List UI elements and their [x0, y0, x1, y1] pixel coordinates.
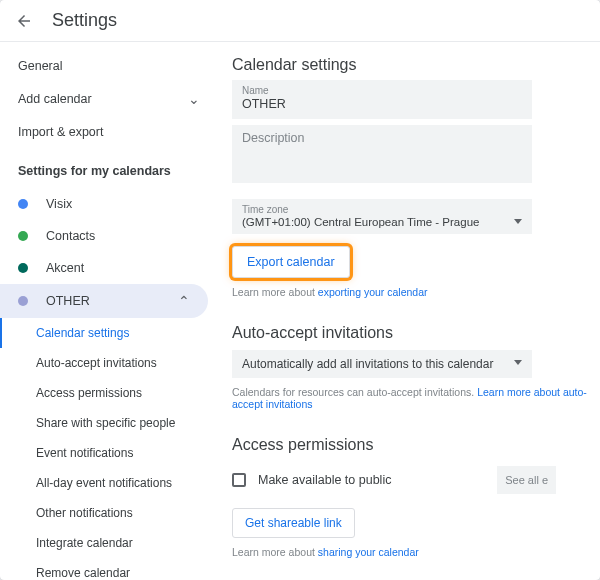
dropdown-arrow-icon: [514, 360, 522, 365]
subnav-access-permissions[interactable]: Access permissions: [0, 378, 218, 408]
get-shareable-link-button[interactable]: Get shareable link: [232, 508, 355, 538]
name-field[interactable]: Name OTHER: [232, 80, 532, 119]
section-title-access-permissions: Access permissions: [232, 436, 600, 454]
description-placeholder: Description: [242, 131, 522, 145]
top-bar: Settings: [0, 0, 600, 42]
public-checkbox-label: Make available to public: [258, 473, 391, 487]
nav-import-export[interactable]: Import & export: [0, 116, 218, 148]
timezone-value: (GMT+01:00) Central European Time - Prag…: [242, 216, 479, 228]
subnav-calendar-settings[interactable]: Calendar settings: [0, 318, 218, 348]
subnav-other-notifications[interactable]: Other notifications: [0, 498, 218, 528]
cal-item-visix[interactable]: Visix: [0, 188, 218, 220]
page-title: Settings: [52, 10, 117, 31]
subnav-share[interactable]: Share with specific people: [0, 408, 218, 438]
nav-general[interactable]: General: [0, 50, 218, 82]
name-value: OTHER: [242, 97, 522, 111]
export-calendar-button[interactable]: Export calendar: [232, 246, 350, 278]
sharing-help-link[interactable]: sharing your calendar: [318, 546, 419, 558]
cal-item-other[interactable]: OTHER ⌃: [0, 284, 208, 318]
sidebar: General Add calendar ⌄ Import & export S…: [0, 42, 218, 580]
color-dot-icon: [18, 263, 28, 273]
cal-other-subnav: Calendar settings Auto-accept invitation…: [0, 318, 218, 580]
section-title-auto-accept: Auto-accept invitations: [232, 324, 600, 342]
nav-add-calendar[interactable]: Add calendar ⌄: [0, 82, 218, 116]
cal-item-akcent[interactable]: Akcent: [0, 252, 218, 284]
chevron-up-icon: ⌃: [178, 293, 190, 309]
back-arrow-icon[interactable]: [14, 11, 34, 31]
color-dot-icon: [18, 231, 28, 241]
auto-accept-help: Calendars for resources can auto-accept …: [232, 386, 600, 410]
color-dot-icon: [18, 296, 28, 306]
main-panel: Calendar settings Name OTHER Description…: [218, 42, 600, 580]
dropdown-arrow-icon: [514, 219, 522, 224]
description-field[interactable]: Description: [232, 125, 532, 183]
auto-accept-dropdown[interactable]: Automatically add all invitations to thi…: [232, 350, 532, 378]
see-all-dropdown[interactable]: See all e: [497, 466, 556, 494]
timezone-label: Time zone: [242, 204, 479, 215]
subnav-allday-notifications[interactable]: All-day event notifications: [0, 468, 218, 498]
sharing-help: Learn more about sharing your calendar: [232, 546, 600, 558]
subnav-auto-accept[interactable]: Auto-accept invitations: [0, 348, 218, 378]
sidebar-heading-my-calendars: Settings for my calendars: [0, 148, 218, 188]
name-label: Name: [242, 85, 522, 96]
color-dot-icon: [18, 199, 28, 209]
section-title-calendar-settings: Calendar settings: [232, 56, 600, 74]
cal-item-contacts[interactable]: Contacts: [0, 220, 218, 252]
subnav-integrate-calendar[interactable]: Integrate calendar: [0, 528, 218, 558]
chevron-down-icon: ⌄: [188, 91, 200, 107]
subnav-remove-calendar[interactable]: Remove calendar: [0, 558, 218, 580]
subnav-event-notifications[interactable]: Event notifications: [0, 438, 218, 468]
export-help-text: Learn more about exporting your calendar: [232, 286, 600, 298]
export-help-link[interactable]: exporting your calendar: [318, 286, 428, 298]
timezone-field[interactable]: Time zone (GMT+01:00) Central European T…: [232, 199, 532, 234]
public-checkbox[interactable]: [232, 473, 246, 487]
